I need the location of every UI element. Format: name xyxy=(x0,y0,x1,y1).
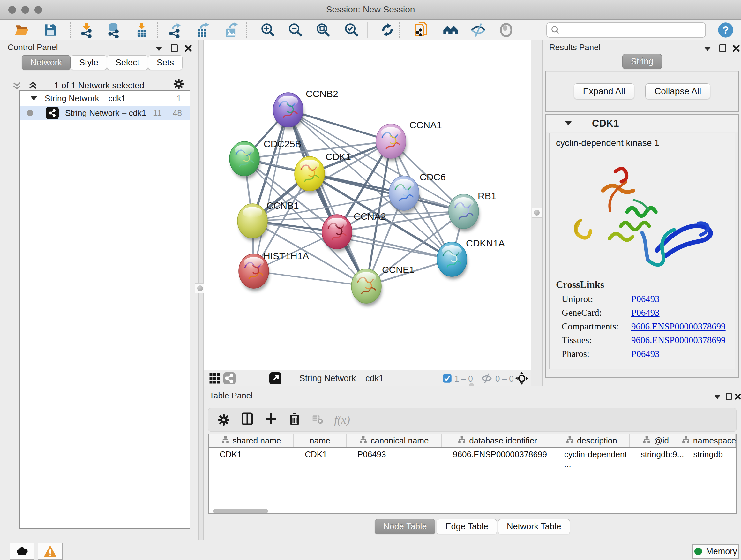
right-splitter[interactable] xyxy=(531,40,542,386)
maximize-panel-icon[interactable] xyxy=(169,43,180,54)
table-cell: P06493 xyxy=(347,448,442,462)
node-RB1[interactable]: RB1 xyxy=(449,191,496,232)
network-row[interactable]: String Network – cdk1 11 48 xyxy=(20,106,190,120)
help-button[interactable]: ? xyxy=(716,21,735,39)
node-table: shared namenamecanonical namedatabase id… xyxy=(208,434,737,514)
import-network-database-button[interactable] xyxy=(104,21,123,39)
tab-edge-table[interactable]: Edge Table xyxy=(436,519,497,534)
crosslink-link[interactable]: P06493 xyxy=(631,307,660,318)
section-collapse-icon[interactable] xyxy=(565,121,571,125)
column-header-name[interactable]: name xyxy=(294,434,347,447)
import-table-file-button[interactable] xyxy=(132,21,151,39)
tab-network[interactable]: Network xyxy=(22,55,71,70)
maximize-panel-icon[interactable] xyxy=(717,43,729,54)
node-CDC6[interactable]: CDC6 xyxy=(389,172,446,213)
node-label-RB1: RB1 xyxy=(478,191,496,201)
export-network-button[interactable] xyxy=(165,21,185,39)
node-CCNB2[interactable]: CCNB2 xyxy=(273,88,338,130)
crosslink-link[interactable]: P06493 xyxy=(631,349,660,359)
memory-status-dot xyxy=(694,548,702,555)
cloud-status-button[interactable] xyxy=(10,543,35,560)
tab-node-table[interactable]: Node Table xyxy=(375,519,435,534)
float-panel-icon[interactable] xyxy=(153,43,165,55)
show-hide-glass-button[interactable] xyxy=(469,21,488,39)
show-columns-icon[interactable] xyxy=(241,413,254,428)
crosslink-link[interactable]: P06493 xyxy=(631,294,660,304)
table-row[interactable]: CDK1CDK1P064939606.ENSP00000378699cyclin… xyxy=(209,448,736,462)
column-header-shared-name[interactable]: shared name xyxy=(209,434,294,447)
save-icon xyxy=(43,23,58,37)
hidden-eye-icon[interactable] xyxy=(480,372,493,384)
crosslink-link[interactable]: 9606.ENSP00000378699 xyxy=(631,321,726,332)
expand-collapse-box: Expand All Collapse All xyxy=(545,71,739,112)
network-collection-row[interactable]: String Network – cdk1 1 xyxy=(20,91,190,106)
close-panel-icon[interactable] xyxy=(731,43,741,54)
node-CDC25B[interactable]: CDC25B xyxy=(229,138,301,179)
warning-status-button[interactable] xyxy=(38,543,63,560)
refresh-button[interactable] xyxy=(378,21,397,39)
tab-sets[interactable]: Sets xyxy=(148,55,183,70)
collapse-all-button[interactable]: Collapse All xyxy=(645,83,711,99)
export-image-button[interactable] xyxy=(221,21,241,39)
shared-column-icon xyxy=(359,435,367,446)
node-CDKN1A[interactable]: CDKN1A xyxy=(437,238,505,279)
import-string-button[interactable] xyxy=(412,21,431,39)
tab-string[interactable]: String xyxy=(622,54,662,69)
zoom-fit-button[interactable] xyxy=(314,21,333,39)
close-panel-icon[interactable] xyxy=(732,391,741,402)
homes-icon xyxy=(443,22,459,38)
table-options-gear-icon[interactable] xyxy=(217,414,230,426)
create-column-icon[interactable] xyxy=(265,413,277,428)
function-builder-icon[interactable]: f(x) xyxy=(334,413,350,427)
crosslink-row: Tissues:9606.ENSP00000378699 xyxy=(562,335,728,346)
network-view[interactable]: CCNB2CCNA1CDC25BCDK1CDC6RB1CCNB1CCNA2CDK… xyxy=(204,40,531,370)
column-header--id[interactable]: @id xyxy=(630,434,682,447)
node-HIST1H1A[interactable]: HIST1H1A xyxy=(239,251,309,291)
memory-button[interactable]: Memory xyxy=(692,544,739,559)
column-header-canonical-name[interactable]: canonical name xyxy=(347,434,442,447)
float-panel-icon[interactable] xyxy=(702,43,713,55)
tab-select[interactable]: Select xyxy=(107,55,148,70)
left-splitter[interactable] xyxy=(199,40,204,540)
column-header-description[interactable]: description xyxy=(553,434,630,447)
export-image-icon xyxy=(223,22,239,38)
delete-table-icon[interactable] xyxy=(312,413,323,427)
export-table-button[interactable] xyxy=(193,21,212,39)
network-list-button[interactable] xyxy=(223,372,236,384)
tab-style[interactable]: Style xyxy=(71,55,107,70)
zoom-selected-button[interactable] xyxy=(342,21,361,39)
zoom-out-button[interactable] xyxy=(286,21,305,39)
node-CCNA1[interactable]: CCNA1 xyxy=(376,120,442,161)
search-input[interactable] xyxy=(563,25,701,35)
delete-column-icon[interactable] xyxy=(288,413,301,428)
tab-network-table[interactable]: Network Table xyxy=(498,519,570,534)
import-network-file-button[interactable] xyxy=(77,21,96,39)
lens-button[interactable] xyxy=(496,21,516,39)
collection-expand-icon[interactable] xyxy=(30,97,37,101)
float-panel-icon[interactable] xyxy=(712,391,723,403)
right-splitter-handle[interactable] xyxy=(532,207,542,218)
edge-HIST1H1A-CCNE1 xyxy=(254,271,366,286)
lens-icon xyxy=(498,22,514,38)
birds-eye-toggle-button[interactable] xyxy=(515,372,529,384)
close-panel-icon[interactable] xyxy=(183,43,194,54)
selected-checkbox[interactable] xyxy=(441,372,454,384)
toolbar-search xyxy=(546,22,706,38)
zoom-in-button[interactable] xyxy=(259,21,278,39)
import-database-icon xyxy=(106,22,121,38)
node-CCNE1[interactable]: CCNE1 xyxy=(351,264,414,306)
network-options-gear-icon[interactable] xyxy=(173,78,185,90)
toolbar-separator xyxy=(157,22,158,38)
string-home-button[interactable] xyxy=(441,21,460,39)
expand-all-button[interactable]: Expand All xyxy=(574,83,634,99)
string-document-icon xyxy=(414,22,429,38)
table-horizontal-scrollbar[interactable] xyxy=(213,509,268,513)
grid-view-button[interactable] xyxy=(208,372,221,384)
crosslink-link[interactable]: 9606.ENSP00000378699 xyxy=(631,335,726,346)
save-session-button[interactable] xyxy=(41,21,60,39)
open-in-window-button[interactable] xyxy=(269,372,282,384)
column-header-database-identifier[interactable]: database identifier xyxy=(442,434,553,447)
open-session-button[interactable] xyxy=(12,21,31,39)
network-canvas-svg[interactable]: CCNB2CCNA1CDC25BCDK1CDC6RB1CCNB1CCNA2CDK… xyxy=(204,40,531,370)
column-header-namespace[interactable]: namespace xyxy=(682,434,736,447)
